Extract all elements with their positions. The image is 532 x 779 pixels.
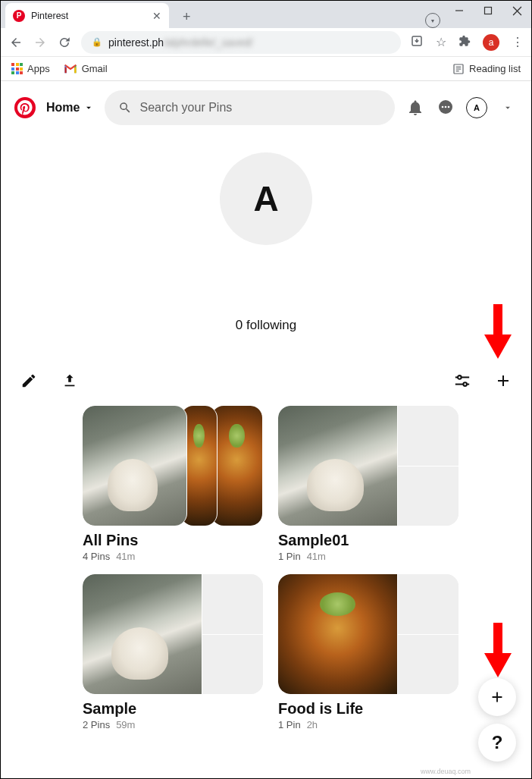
pinterest-logo[interactable] [14, 97, 36, 118]
board-meta: 1 Pin2h [278, 719, 458, 730]
board-title: Food is Life [278, 700, 458, 718]
maximize-button[interactable] [483, 5, 493, 16]
board-thumbnail [278, 574, 398, 694]
bell-icon [406, 99, 424, 117]
bookmark-gmail[interactable]: Gmail [64, 63, 108, 74]
create-button[interactable] [493, 371, 513, 391]
board-sample[interactable]: Sample 2 Pins59m [83, 574, 263, 730]
board-title: Sample [83, 700, 263, 718]
browser-toolbar: 🔒 pinterest.ph/alphrdelle/_saved/ ☆ a ⋮ [1, 28, 531, 57]
forward-button[interactable] [33, 36, 48, 49]
edit-button[interactable] [19, 371, 39, 391]
tabstrip: P Pinterest ✕ + [1, 1, 531, 28]
board-all-pins[interactable]: All Pins 4 Pins41m [83, 406, 263, 562]
svg-point-11 [445, 106, 447, 108]
install-icon[interactable] [410, 34, 424, 51]
pencil-icon [20, 372, 37, 389]
boards-grid: All Pins 4 Pins41m Sample01 1 Pin41m Sam… [1, 406, 531, 730]
bookmark-star-icon[interactable]: ☆ [436, 35, 446, 49]
profile-avatar[interactable]: A [220, 152, 312, 245]
board-sample01[interactable]: Sample01 1 Pin41m [278, 406, 458, 562]
browser-avatar[interactable]: a [483, 34, 499, 51]
search-placeholder: Search your Pins [139, 101, 232, 115]
minimize-button[interactable] [454, 5, 465, 16]
tab-title: Pinterest [31, 11, 146, 21]
fab-add-button[interactable] [478, 678, 516, 716]
tab-close-icon[interactable]: ✕ [152, 10, 161, 22]
lock-icon: 🔒 [92, 37, 102, 47]
board-title: All Pins [83, 532, 263, 549]
sort-button[interactable] [452, 371, 472, 391]
svg-point-13 [458, 375, 462, 379]
svg-point-10 [442, 106, 444, 108]
share-button[interactable] [60, 371, 80, 391]
board-title: Sample01 [278, 532, 458, 549]
search-icon [118, 101, 132, 115]
browser-profile-chip[interactable] [425, 13, 440, 28]
bookmarks-bar: Apps Gmail Reading list [1, 57, 531, 81]
reload-button[interactable] [57, 36, 72, 49]
svg-point-12 [448, 106, 450, 108]
annotation-arrow-2 [483, 623, 513, 682]
back-button[interactable] [8, 36, 23, 49]
board-food-is-life[interactable]: Food is Life 1 Pin2h [278, 574, 458, 730]
address-bar[interactable]: 🔒 pinterest.ph/alphrdelle/_saved/ [81, 31, 401, 54]
board-meta: 1 Pin41m [278, 551, 458, 562]
sliders-icon [454, 372, 471, 389]
pinterest-favicon: P [13, 10, 25, 22]
profile-actions [1, 341, 531, 406]
chevron-down-icon [83, 102, 94, 113]
board-meta: 4 Pins41m [83, 551, 263, 562]
board-meta: 2 Pins59m [83, 719, 263, 730]
close-button[interactable] [512, 5, 522, 16]
board-thumbnail [83, 406, 187, 526]
fab-help-button[interactable]: ? [478, 724, 516, 762]
svg-point-16 [463, 382, 467, 386]
profile-button[interactable]: A [466, 97, 487, 118]
browser-tab[interactable]: P Pinterest ✕ [5, 3, 169, 28]
plus-icon [494, 372, 512, 390]
board-thumbnail [211, 406, 263, 526]
apps-grid-icon [11, 63, 23, 74]
new-tab-button[interactable]: + [177, 6, 197, 28]
board-thumbnail [278, 406, 398, 526]
chevron-down-icon [502, 102, 513, 113]
account-menu-button[interactable] [498, 98, 518, 118]
messages-button[interactable] [436, 98, 455, 118]
watermark: www.deuaq.com [421, 768, 471, 775]
extensions-icon[interactable] [458, 35, 471, 50]
home-button[interactable]: Home [46, 101, 94, 115]
search-bar[interactable]: Search your Pins [105, 90, 395, 125]
reading-list[interactable]: Reading list [452, 63, 521, 75]
profile-section: A 0 following [1, 134, 531, 341]
url-text: pinterest.ph/alphrdelle/_saved/ [108, 36, 253, 49]
browser-chrome: P Pinterest ✕ + 🔒 pinterest.ph/alphrdell… [1, 1, 531, 81]
following-count[interactable]: 0 following [1, 318, 531, 333]
notifications-button[interactable] [405, 98, 425, 118]
speech-bubble-icon [437, 99, 455, 117]
browser-menu-icon[interactable]: ⋮ [512, 35, 524, 49]
plus-icon [489, 689, 505, 705]
annotation-arrow-1 [483, 304, 513, 363]
reading-list-icon [452, 63, 465, 75]
board-thumbnail [83, 574, 202, 694]
svg-rect-1 [485, 8, 492, 14]
window-controls [454, 5, 522, 16]
upload-icon [61, 372, 78, 389]
bookmark-apps[interactable]: Apps [11, 63, 50, 74]
gmail-icon [64, 64, 77, 74]
pinterest-header: Home Search your Pins A [1, 81, 531, 134]
